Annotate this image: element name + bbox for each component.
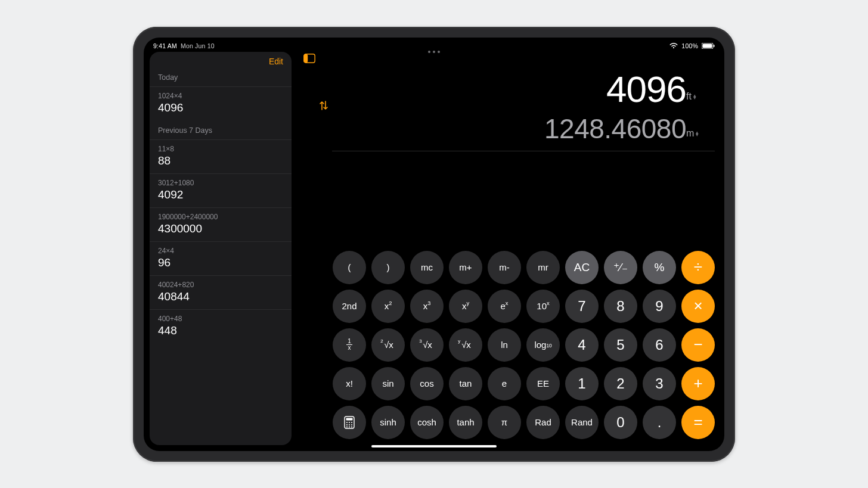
key-2nd[interactable]: 2nd [333, 290, 366, 323]
key-yroot[interactable]: y√x [449, 328, 482, 362]
key-calculator-icon[interactable] [333, 406, 366, 439]
key-e[interactable]: e [488, 367, 521, 400]
primary-unit-picker[interactable]: ft ▴▾ [686, 91, 696, 102]
wifi-icon [669, 43, 678, 49]
ipad-frame: 9:41 AM Mon Jun 10 100% Edit [133, 27, 735, 462]
key-6[interactable]: 6 [643, 328, 676, 362]
edit-button[interactable]: Edit [268, 55, 284, 67]
secondary-value: 1248.46080 [544, 113, 686, 144]
history-section-previous: Previous 7 Days [150, 120, 292, 139]
key-ac[interactable]: AC [565, 251, 599, 284]
key-equals[interactable]: = [681, 406, 715, 439]
key-cosh[interactable]: cosh [410, 406, 444, 439]
key-7[interactable]: 7 [565, 290, 599, 323]
key-x3[interactable]: x3 [410, 290, 444, 323]
key-rand[interactable]: Rand [565, 406, 599, 439]
key-2[interactable]: 2 [604, 367, 637, 400]
svg-point-15 [351, 426, 352, 427]
key-x2[interactable]: x2 [371, 290, 405, 323]
sidebar-toggle-icon[interactable] [303, 54, 315, 66]
calculator-main: 4096 ft ▴▾ 1248.46080 [301, 52, 718, 445]
key-8[interactable]: 8 [604, 290, 637, 323]
history-expression: 40024+820 [158, 281, 283, 289]
svg-rect-2 [714, 45, 715, 47]
key-mc[interactable]: mc [410, 251, 444, 284]
primary-unit-label: ft [686, 91, 692, 102]
key-ee[interactable]: EE [526, 367, 560, 400]
secondary-unit-label: m [686, 128, 694, 139]
history-item[interactable]: 24×4 96 [150, 241, 292, 275]
display-area: 4096 ft ▴▾ 1248.46080 [301, 67, 718, 158]
key-ex[interactable]: ex [488, 290, 521, 323]
key-5[interactable]: 5 [604, 328, 637, 362]
key-tanh[interactable]: tanh [449, 406, 482, 439]
key-9[interactable]: 9 [643, 290, 676, 323]
key-cbrt[interactable]: 3√x [410, 328, 444, 362]
key-cos[interactable]: cos [410, 367, 444, 400]
key-3[interactable]: 3 [643, 367, 676, 400]
key-4[interactable]: 4 [565, 328, 599, 362]
key-pi[interactable]: π [488, 406, 521, 439]
history-result: 448 [158, 324, 283, 337]
key-mminus[interactable]: m- [488, 251, 521, 284]
status-date: Mon Jun 10 [181, 42, 215, 49]
swap-units-icon[interactable] [319, 100, 332, 113]
chevron-updown-icon: ▴▾ [693, 94, 696, 99]
key-plus[interactable]: + [681, 367, 715, 400]
key-mr[interactable]: mr [526, 251, 560, 284]
home-indicator[interactable] [371, 445, 497, 447]
key-decimal[interactable]: . [643, 406, 676, 439]
svg-point-14 [349, 426, 350, 427]
secondary-unit-picker[interactable]: m ▴▾ [686, 128, 699, 139]
history-item[interactable]: 11×8 88 [150, 139, 292, 173]
history-item[interactable]: 1900000+2400000 4300000 [150, 207, 292, 241]
key-factorial[interactable]: x! [333, 367, 366, 400]
history-result: 88 [158, 154, 283, 167]
status-bar: 9:41 AM Mon Jun 10 100% [144, 38, 724, 52]
history-result: 4096 [158, 101, 283, 114]
history-expression: 3012+1080 [158, 179, 283, 187]
key-xy[interactable]: xy [449, 290, 482, 323]
key-10x[interactable]: 10x [526, 290, 560, 323]
svg-point-7 [346, 421, 348, 422]
key-tan[interactable]: tan [449, 367, 482, 400]
history-expression: 400+48 [158, 315, 283, 323]
key-sinh[interactable]: sinh [371, 406, 405, 439]
key-sqrt[interactable]: 2√x [371, 328, 405, 362]
key-reciprocal[interactable]: 1x [333, 328, 366, 362]
history-result: 40844 [158, 290, 283, 303]
key-0[interactable]: 0 [604, 406, 637, 439]
key-sin[interactable]: sin [371, 367, 405, 400]
screen: 9:41 AM Mon Jun 10 100% Edit [144, 38, 724, 451]
svg-rect-1 [703, 43, 712, 48]
page: 9:41 AM Mon Jun 10 100% Edit [0, 0, 868, 488]
key-minus[interactable]: − [681, 328, 715, 362]
svg-point-10 [346, 424, 348, 425]
key-sign[interactable]: ⁺∕₋ [604, 251, 637, 284]
key-multiply[interactable]: × [681, 290, 715, 323]
svg-point-9 [351, 421, 352, 422]
history-item[interactable]: 3012+1080 4092 [150, 173, 292, 207]
history-item[interactable]: 1024×4 4096 [150, 86, 292, 120]
key-log10[interactable]: log10 [526, 328, 560, 362]
key-mplus[interactable]: m+ [449, 251, 482, 284]
status-time: 9:41 AM [153, 42, 177, 49]
chevron-updown-icon: ▴▾ [696, 131, 699, 136]
svg-point-8 [349, 421, 350, 422]
keypad: ( ) mc m+ m- mr AC ⁺∕₋ % ÷ 2nd x2 x3 [301, 247, 718, 445]
history-sidebar: Edit Today 1024×4 4096 Previous 7 Days 1… [150, 52, 292, 445]
svg-point-11 [349, 424, 350, 425]
key-paren-open[interactable]: ( [333, 251, 366, 284]
key-percent[interactable]: % [643, 251, 676, 284]
history-item[interactable]: 40024+820 40844 [150, 275, 292, 309]
key-rad[interactable]: Rad [526, 406, 560, 439]
history-expression: 1900000+2400000 [158, 213, 283, 221]
status-battery-pct: 100% [681, 42, 698, 49]
primary-value: 4096 [606, 69, 686, 110]
history-item[interactable]: 400+48 448 [150, 309, 292, 343]
key-divide[interactable]: ÷ [681, 251, 715, 284]
key-paren-close[interactable]: ) [371, 251, 405, 284]
key-ln[interactable]: ln [488, 328, 521, 362]
key-1[interactable]: 1 [565, 367, 599, 400]
history-section-today: Today [150, 67, 292, 86]
